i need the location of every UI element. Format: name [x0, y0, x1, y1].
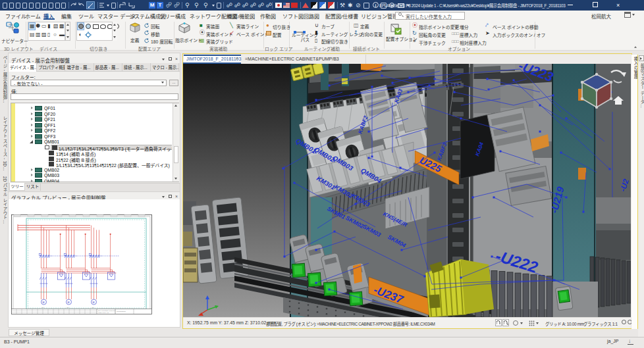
- svg-text:EPLAN Software & Service: EPLAN Software & Service: [98, 310, 116, 311]
- svg-text:-M0: -M0: [41, 307, 45, 309]
- svg-text:M: M: [43, 301, 45, 304]
- svg-text:M: M: [93, 301, 95, 304]
- svg-text:JIMTOF2018: JIMTOF2018: [117, 311, 126, 312]
- svg-text:GmbH & Co. KG: GmbH & Co. KG: [98, 312, 109, 313]
- svg-text:-M0: -M0: [67, 307, 70, 309]
- svg-text:-M0: -M0: [92, 307, 95, 309]
- svg-text:M: M: [68, 301, 70, 304]
